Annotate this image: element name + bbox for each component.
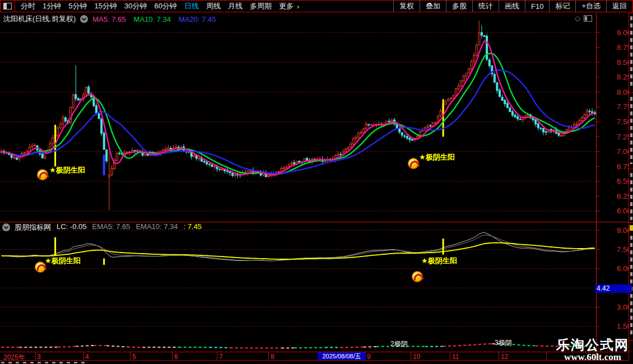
toolbar-button-7[interactable]: +自选 (575, 1, 606, 12)
toolbar-button-1[interactable]: 叠加 (420, 1, 446, 12)
split-window-icon (3, 3, 12, 10)
main-chart-area[interactable] (0, 20, 596, 222)
gold-coin-icon (37, 169, 48, 180)
indicator-value-badge: 4.42 (595, 284, 632, 293)
diamond-icon[interactable]: ◇ (575, 14, 580, 22)
toolbar-button-0[interactable]: 复权 (393, 1, 420, 12)
month-separator (499, 352, 499, 360)
toolbar-button-3[interactable]: 统计 (472, 1, 499, 12)
chart-title: 沈阳机床(日线.前复权) (3, 14, 76, 24)
month-label-11: 11 (452, 353, 459, 361)
bottom-row-clipped (0, 361, 633, 364)
indicator-label-0: 股朋指标网 (15, 222, 51, 232)
period-tab-8[interactable]: 月线 (228, 1, 243, 11)
month-separator (546, 352, 547, 360)
watermark: 乐淘公式网 www.60lt.com (552, 338, 633, 362)
toolbar-button-5[interactable]: F10 (525, 1, 549, 12)
month-separator (130, 352, 131, 360)
top-toolbar: 分时1分钟5分钟15分钟30分钟60分钟日线周线月线多周期更多› 复权叠加多股统… (0, 0, 633, 12)
period-tabs: 分时1分钟5分钟15分钟30分钟60分钟日线周线月线多周期更多› (15, 1, 299, 11)
indicator-header: 股朋指标网LC: -0.05EMA5: 7.65EMA10: 7.34: 7.4… (2, 222, 202, 232)
signal-label: ★极阴生阳 (45, 256, 81, 266)
month-label-12: 12 (501, 353, 508, 361)
month-label-6: 6 (174, 353, 178, 361)
toolbar-actions: 复权叠加多股统计画线F10标记+自选返回 (393, 1, 632, 12)
indicator-label-3: EMA10: 7.34 (136, 222, 178, 232)
signal-label: ★极阴生阳 (421, 256, 457, 266)
month-separator (411, 352, 411, 360)
period-tab-5[interactable]: 60分钟 (154, 1, 176, 11)
period-tab-3[interactable]: 15分钟 (94, 1, 117, 11)
date-axis[interactable]: 2025年 3456789101112 (0, 352, 633, 361)
chevron-down-icon[interactable] (80, 15, 88, 23)
month-separator (83, 352, 84, 360)
signal-label: ★极阴生阳 (49, 165, 85, 175)
period-tab-9[interactable]: 多周期 (250, 1, 272, 11)
watermark-url: www.60lt.com (552, 352, 633, 362)
chart-corner-icons: ◇ (575, 14, 592, 22)
indicator-label-2: EMA5: 7.65 (92, 222, 130, 232)
toolbar-button-2[interactable]: 多股 (446, 1, 472, 12)
ma-label-0: MA5: 7.65 (92, 15, 125, 24)
main-chart-header: 沈阳机床(日线.前复权) MA5: 7.65MA10: 7.34MA20: 7.… (3, 14, 216, 24)
month-label-7: 7 (219, 353, 223, 361)
month-label-3: 3 (37, 353, 41, 361)
month-separator (35, 352, 36, 360)
period-tab-0[interactable]: 分时 (21, 1, 35, 11)
ribbon-label-1: 3极阴 (495, 338, 512, 348)
month-label-8: 8 (271, 353, 274, 361)
month-separator (172, 352, 173, 360)
ma-label-2: MA20: 7.45 (179, 15, 216, 24)
month-separator (268, 352, 269, 360)
period-tab-10[interactable]: 更多 (279, 1, 294, 11)
period-tab-2[interactable]: 5分钟 (68, 1, 87, 11)
watermark-site-name: 乐淘公式网 (552, 338, 633, 352)
ribbon-label-0: 2极阴 (390, 339, 408, 349)
signal-label: ★极阴生阳 (419, 152, 455, 162)
more-arrow-icon[interactable]: › (297, 2, 299, 11)
indicator-label-1: LC: -0.05 (57, 222, 86, 232)
window-layout-cell[interactable] (1, 1, 15, 12)
indicator-legend: 股朋指标网LC: -0.05EMA5: 7.65EMA10: 7.34: 7.4… (15, 222, 202, 232)
gold-coin-icon (35, 262, 46, 273)
ma-legend: MA5: 7.65MA10: 7.34MA20: 7.45 (92, 15, 216, 24)
sidebar-toggle-icon[interactable] (584, 15, 592, 22)
date-highlight-badge: 2025/08/08/五 (318, 352, 366, 360)
month-label-5: 5 (132, 353, 136, 361)
period-tab-6[interactable]: 日线 (184, 1, 199, 11)
chevron-down-icon[interactable] (2, 223, 10, 231)
indicator-label-4: : 7.45 (184, 222, 202, 232)
month-separator (450, 352, 450, 360)
gold-coin-icon (412, 271, 423, 282)
right-sidebar-clipped[interactable] (629, 13, 633, 361)
period-tab-4[interactable]: 30分钟 (124, 1, 147, 11)
indicator-area[interactable] (0, 226, 596, 351)
period-tab-7[interactable]: 周线 (206, 1, 221, 11)
gold-coin-icon (408, 158, 419, 169)
ma-label-1: MA10: 7.34 (134, 15, 171, 24)
month-label-4: 4 (85, 353, 89, 361)
period-tab-1[interactable]: 1分钟 (43, 1, 61, 11)
month-separator (217, 352, 217, 360)
toolbar-button-8[interactable]: 返回 (606, 1, 632, 12)
toolbar-button-4[interactable]: 画线 (499, 1, 525, 12)
toolbar-button-6[interactable]: 标记 (549, 1, 575, 12)
month-label-10: 10 (413, 353, 420, 361)
month-label-9: 9 (367, 353, 371, 361)
